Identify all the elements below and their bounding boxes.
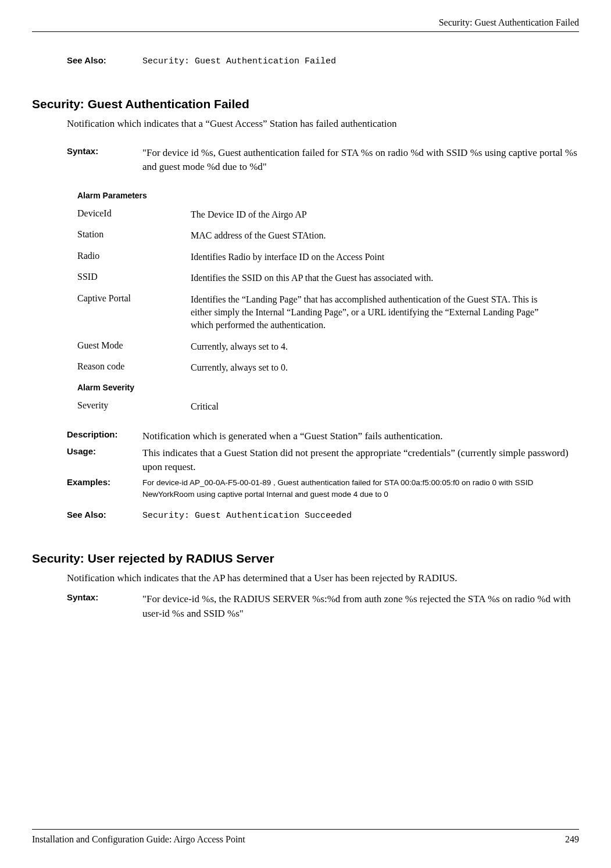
alarm-parameters-header: Alarm Parameters [77, 191, 579, 200]
param-row: SSIDIdentifies the SSID on this AP that … [77, 272, 579, 284]
examples-value: For device-id AP_00-0A-F5-00-01-89 , Gue… [142, 477, 579, 501]
see-also-value: Security: Guest Authentication Succeeded [142, 510, 579, 522]
param-name: Reason code [77, 361, 191, 374]
param-row: RadioIdentifies Radio by interface ID on… [77, 251, 579, 264]
param-name: SSID [77, 272, 191, 284]
param-row: StationMAC address of the Guest STAtion. [77, 229, 579, 242]
param-desc: Identifies the “Landing Page” that has a… [191, 293, 579, 332]
usage-value: This indicates that a Guest Station did … [142, 446, 579, 475]
alarm-parameters-table: Alarm Parameters DeviceIdThe Device ID o… [77, 191, 579, 413]
param-desc: Identifies Radio by interface ID on the … [191, 251, 579, 264]
examples-label: Examples: [67, 477, 142, 501]
param-desc: MAC address of the Guest STAtion. [191, 229, 579, 242]
usage-label: Usage: [67, 446, 142, 475]
alarm-severity-header: Alarm Severity [77, 383, 579, 392]
section-title: Security: Guest Authentication Failed [32, 97, 579, 111]
severity-desc: Critical [191, 400, 579, 413]
param-desc: The Device ID of the Airgo AP [191, 208, 579, 221]
param-desc: Currently, always set to 0. [191, 361, 579, 374]
param-name: Station [77, 229, 191, 242]
syntax-value: "For device id %s, Guest authentication … [142, 146, 579, 175]
section-intro: Notification which indicates that the AP… [67, 572, 579, 584]
param-name: Captive Portal [77, 293, 191, 332]
param-row: Captive PortalIdentifies the “Landing Pa… [77, 293, 579, 332]
severity-name: Severity [77, 400, 191, 413]
description-value: Notification which is generated when a “… [142, 429, 579, 444]
param-name: DeviceId [77, 208, 191, 221]
see-also-label: See Also: [67, 510, 142, 522]
param-desc: Identifies the SSID on this AP that the … [191, 272, 579, 284]
syntax-value: "For device-id %s, the RADIUS SERVER %s:… [142, 592, 579, 621]
param-row: Guest ModeCurrently, always set to 4. [77, 340, 579, 353]
param-name: Radio [77, 251, 191, 264]
param-desc: Currently, always set to 4. [191, 340, 579, 353]
see-also-label: See Also: [67, 55, 142, 68]
footer-page-number: 249 [565, 834, 579, 845]
param-name: Guest Mode [77, 340, 191, 353]
syntax-label: Syntax: [67, 146, 142, 175]
see-also-value: Security: Guest Authentication Failed [142, 55, 579, 68]
param-row: DeviceIdThe Device ID of the Airgo AP [77, 208, 579, 221]
footer-left: Installation and Configuration Guide: Ai… [32, 834, 245, 845]
page-footer: Installation and Configuration Guide: Ai… [32, 829, 579, 845]
param-row: Reason codeCurrently, always set to 0. [77, 361, 579, 374]
syntax-label: Syntax: [67, 592, 142, 621]
section-intro: Notification which indicates that a “Gue… [67, 118, 579, 130]
page-header: Security: Guest Authentication Failed [32, 17, 579, 32]
header-title: Security: Guest Authentication Failed [439, 17, 579, 27]
description-label: Description: [67, 429, 142, 444]
section-title: Security: User rejected by RADIUS Server [32, 552, 579, 565]
